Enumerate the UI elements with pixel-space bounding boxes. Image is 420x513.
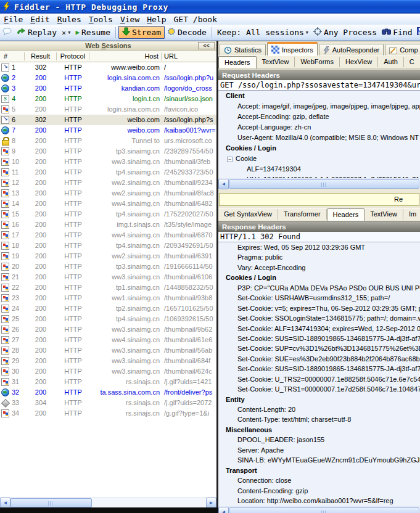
session-row[interactable]: 31200HTTPrs.sinajs.cn/j.gif?uids=1421 bbox=[0, 377, 216, 387]
request-tab-headers[interactable]: Headers bbox=[218, 56, 257, 68]
session-row[interactable]: 22200HTTPtp1.sinaimg.cn/1448858232/50 bbox=[0, 282, 216, 293]
response-tab-headers[interactable]: Headers bbox=[327, 208, 365, 221]
menu-get-book[interactable]: GET /book bbox=[170, 15, 221, 24]
menu-view[interactable]: View bbox=[117, 15, 143, 24]
session-row[interactable]: 11200HTTPtp4.sinaimg.cn/2452933723/50 bbox=[0, 167, 216, 178]
response-tab-transformer[interactable]: Transformer bbox=[278, 209, 327, 220]
session-number: 17 bbox=[12, 230, 25, 240]
response-h-scrollbar[interactable]: ◄ bbox=[218, 506, 420, 513]
session-row[interactable]: 17200HTTPww4.sinaimg.cn/thumbnail/6870 bbox=[0, 230, 216, 240]
session-row[interactable]: 7200HTTPweibo.com/kaibao001?wvr= bbox=[0, 125, 216, 136]
keep-sessions-dropdown[interactable]: Keep: All sessions▼ bbox=[215, 27, 311, 38]
session-row[interactable]: 14200HTTPww4.sinaimg.cn/thumbnail/6482 bbox=[0, 199, 216, 209]
session-row[interactable]: 5200HTTPlogin.sina.com.cn/favicon.ico bbox=[0, 104, 216, 115]
protocol: HTTP bbox=[57, 408, 89, 419]
host: ww4.sinaimg.cn bbox=[89, 199, 162, 209]
session-row[interactable]: 28200HTTPww3.sinaimg.cn/thumbnail/56ab bbox=[0, 345, 216, 356]
collapse-panel-button[interactable]: << bbox=[198, 42, 215, 49]
session-row[interactable]: 23200HTTPww1.sinaimg.cn/thumbnail/93b8 bbox=[0, 293, 216, 303]
replay-button[interactable]: Replay bbox=[14, 27, 59, 38]
session-row[interactable]: 3200HTTPkandian.com/logon/do_cross bbox=[0, 83, 216, 94]
session-row[interactable]: 18200HTTPtp4.sinaimg.cn/2093492691/50 bbox=[0, 240, 216, 251]
session-row[interactable]: 24200HTTPtp2.sinaimg.cn/1657101625/50 bbox=[0, 303, 216, 314]
scrollbar-thumb[interactable] bbox=[229, 179, 419, 189]
header-row: Set-Cookie: SUP=cv%3D1%26bt%3D1346815775… bbox=[218, 343, 420, 353]
url: /thumbnail/93b8 bbox=[162, 293, 216, 303]
request-tab-hexview[interactable]: HexView bbox=[340, 57, 378, 67]
scroll-left-icon[interactable]: ◄ bbox=[218, 179, 229, 189]
column-header-host[interactable]: Host bbox=[89, 52, 162, 60]
scroll-left-icon[interactable]: ◄ bbox=[218, 507, 229, 513]
session-row[interactable]: 19200HTTPww2.sinaimg.cn/thumbnail/6391 bbox=[0, 251, 216, 261]
menu-help[interactable]: Help bbox=[143, 15, 170, 24]
session-row[interactable]: 12200HTTPww2.sinaimg.cn/thumbnail/9234 bbox=[0, 178, 216, 188]
session-row[interactable]: 10200HTTPww3.sinaimg.cn/thumbnail/3feb bbox=[0, 157, 216, 167]
session-row[interactable]: 29200HTTPww3.sinaimg.cn/thumbnail/684f bbox=[0, 356, 216, 366]
session-number: 14 bbox=[12, 199, 25, 209]
menu-file[interactable]: File bbox=[0, 15, 27, 24]
transform-banner[interactable]: Re bbox=[219, 193, 419, 206]
scrollbar-thumb[interactable] bbox=[10, 498, 92, 507]
session-row[interactable]: 30200HTTPww3.sinaimg.cn/thumbnail/624c bbox=[0, 366, 216, 377]
session-row[interactable]: 26200HTTPww3.sinaimg.cn/thumbnail/9b62 bbox=[0, 324, 216, 335]
sessions-list: 1302HTTPwww.weibo.com/2200HTTPlogin.sina… bbox=[0, 62, 216, 419]
column-header-protocol[interactable]: Protocol bbox=[57, 52, 89, 60]
request-tab-auth[interactable]: Auth bbox=[378, 57, 404, 67]
image-icon bbox=[1, 305, 9, 313]
column-header-url[interactable]: URL bbox=[162, 52, 216, 60]
response-tab-im[interactable]: Im bbox=[403, 209, 420, 220]
column-header-result[interactable]: Result bbox=[25, 52, 57, 60]
host: ww1.sinaimg.cn bbox=[89, 293, 162, 303]
find-button[interactable]: Find bbox=[379, 27, 414, 38]
session-row[interactable]: 15200HTTPtp4.sinaimg.cn/1752202027/50 bbox=[0, 209, 216, 220]
menu-rules[interactable]: Rules bbox=[54, 15, 85, 24]
session-row[interactable]: 20200HTTPtp3.sinaimg.cn/1916666114/50 bbox=[0, 261, 216, 272]
collapse-toggle-icon[interactable]: − bbox=[227, 157, 233, 162]
session-row[interactable]: 13200HTTPww2.sinaimg.cn/thumbnail/8fac8 bbox=[0, 188, 216, 199]
stream-button[interactable]: Stream bbox=[118, 26, 165, 39]
tab-inspectors-label: Inspectors bbox=[282, 46, 313, 54]
menu-edit[interactable]: Edit bbox=[27, 15, 53, 24]
result-code: 200 bbox=[25, 282, 57, 293]
menu-tools[interactable]: Tools bbox=[85, 15, 117, 24]
session-row[interactable]: 21200HTTPww3.sinaimg.cn/thumbnail/6106 bbox=[0, 272, 216, 282]
session-row[interactable]: 1302HTTPwww.weibo.com/ bbox=[0, 62, 216, 73]
scrollbar-thumb[interactable] bbox=[229, 507, 419, 513]
session-number: 18 bbox=[12, 240, 25, 251]
comment-button[interactable] bbox=[0, 27, 14, 38]
image-icon bbox=[1, 147, 9, 155]
request-tab-textview[interactable]: TextView bbox=[257, 57, 295, 67]
tab-comp[interactable]: Comp bbox=[385, 44, 420, 55]
url: /thumbnail/6870 bbox=[162, 230, 216, 240]
session-row[interactable]: 34200HTTPrs.sinajs.cn/g.gif?type=1&i bbox=[0, 408, 216, 419]
request-tab-webforms[interactable]: WebForms bbox=[295, 57, 340, 67]
tab-inspectors[interactable]: Inspectors bbox=[267, 42, 318, 55]
decode-button[interactable]: Decode bbox=[165, 27, 209, 38]
remove-button[interactable]: ✕▼ bbox=[59, 28, 73, 38]
request-tab-c[interactable]: C bbox=[404, 57, 420, 67]
any-process-button[interactable]: Any Process bbox=[311, 27, 379, 38]
session-row[interactable]: 4200HTTPlogin.t.cn/sinaurl/sso.json bbox=[0, 94, 216, 104]
session-row[interactable]: 27200HTTPww4.sinaimg.cn/thumbnail/61e6 bbox=[0, 335, 216, 345]
save-button[interactable]: Save bbox=[414, 27, 420, 38]
session-row[interactable]: 8200HTTPTunnel tours.microsoft.co bbox=[0, 136, 216, 146]
session-row[interactable]: 32200HTTPta.sass.sina.com.cn/front/deliv… bbox=[0, 387, 216, 398]
scroll-right-icon[interactable]: ► bbox=[206, 498, 216, 507]
response-tab-textview[interactable]: TextView bbox=[364, 209, 403, 220]
column-header-num[interactable]: # bbox=[0, 52, 25, 60]
session-row[interactable]: 9200HTTPtp3.sinaimg.cn/2392897554/50 bbox=[0, 146, 216, 157]
result-code: 200 bbox=[25, 125, 57, 136]
session-row[interactable]: 6302HTTPweibo.com/sso/login.php?s bbox=[0, 115, 216, 125]
result-code: 200 bbox=[25, 146, 57, 157]
session-row[interactable]: 33304HTTPrs.sinajs.cn/j.gif?uids=2072 bbox=[0, 398, 216, 408]
resume-button[interactable]: ▶Resume bbox=[73, 27, 113, 38]
session-row[interactable]: 2200HTTPlogin.sina.com.cn/sso/login.php?… bbox=[0, 73, 216, 83]
tab-autoresponder[interactable]: AutoResponder bbox=[319, 44, 384, 55]
request-h-scrollbar[interactable]: ◄ bbox=[218, 178, 420, 189]
sessions-h-scrollbar[interactable]: ◄ ► bbox=[0, 497, 216, 507]
session-row[interactable]: 25200HTTPtp4.sinaimg.cn/1069392615/50 bbox=[0, 314, 216, 324]
scroll-left-icon[interactable]: ◄ bbox=[0, 498, 10, 507]
response-tab-get-syntaxview[interactable]: Get SyntaxView bbox=[218, 209, 278, 220]
tab-statistics[interactable]: Statistics bbox=[220, 44, 266, 55]
session-row[interactable]: 16200HTTPimg.t.sinajs.cn/t35/style/image bbox=[0, 220, 216, 230]
